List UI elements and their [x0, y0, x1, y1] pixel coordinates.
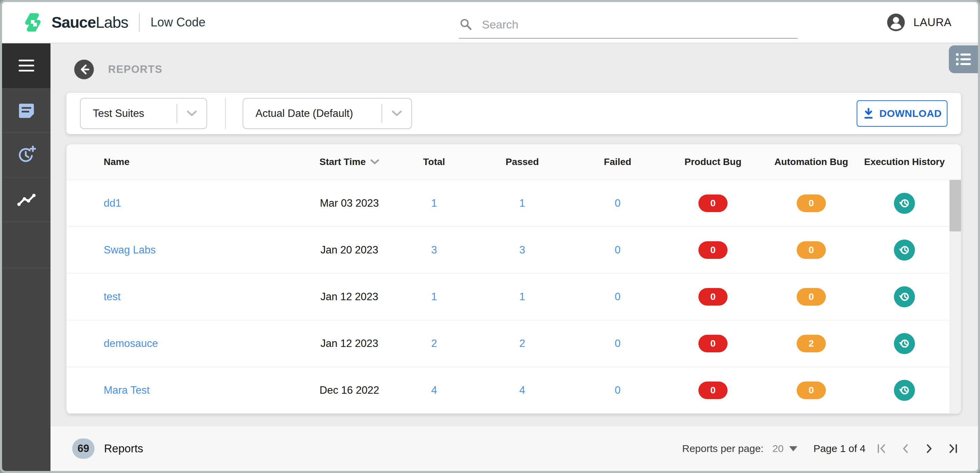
saucelabs-logo-icon [22, 11, 44, 33]
start-time-cell: Mar 03 2023 [304, 180, 395, 226]
chevron-down-icon [382, 110, 411, 117]
column-header-product-bug: Product Bug [664, 144, 762, 180]
chevron-left-icon [899, 442, 912, 455]
column-header-start-time[interactable]: Start Time [304, 144, 395, 180]
first-page-icon [875, 442, 888, 455]
column-header-automation-bug: Automation Bug [762, 144, 861, 180]
user-menu[interactable]: LAURA [887, 2, 951, 43]
main-content: REPORTS Test Suites Actual [51, 43, 978, 471]
scrollbar-thumb[interactable] [950, 180, 961, 231]
product-bug-badge[interactable]: 0 [698, 288, 727, 306]
download-button[interactable]: DOWNLOAD [857, 100, 947, 127]
column-header-total: Total [395, 144, 473, 180]
report-name-link[interactable]: demosauce [104, 338, 158, 350]
per-page-label: Reports per page: [682, 443, 764, 454]
report-name-link[interactable]: Swag Labs [104, 244, 156, 256]
sidebar-item-menu[interactable] [2, 43, 51, 88]
page-info: Page 1 of 4 [814, 443, 865, 454]
download-label: DOWNLOAD [879, 108, 942, 119]
date-filter-dropdown[interactable]: Actual Date (Default) [243, 98, 412, 129]
reports-table: Name Start Time Total Passed Failed Prod… [67, 144, 961, 414]
arrow-left-icon [78, 64, 90, 75]
history-icon [897, 383, 912, 398]
failed-link[interactable]: 0 [615, 197, 620, 209]
chevron-down-icon [177, 110, 206, 117]
column-header-execution-history: Execution History [861, 144, 948, 180]
report-name-link[interactable]: dd1 [104, 197, 121, 209]
total-link[interactable]: 1 [431, 291, 437, 303]
product-bug-badge[interactable]: 0 [698, 241, 727, 259]
total-link[interactable]: 1 [431, 197, 437, 209]
count-label: Reports [104, 442, 143, 455]
page-title: REPORTS [108, 64, 162, 76]
sidebar-item-reports[interactable] [2, 178, 51, 222]
failed-link[interactable]: 0 [615, 384, 620, 397]
failed-link[interactable]: 0 [615, 244, 620, 256]
page-header: REPORTS [74, 60, 162, 79]
brand: SauceLabs Low Code [22, 2, 205, 43]
execution-history-button[interactable] [894, 380, 915, 401]
start-time-cell: Jan 12 2023 [304, 274, 395, 320]
search-input[interactable]: Search [459, 11, 798, 39]
table-header-row: Name Start Time Total Passed Failed Prod… [67, 144, 961, 180]
passed-link[interactable]: 4 [519, 384, 525, 397]
total-link[interactable]: 3 [431, 244, 437, 256]
filter-card: Test Suites Actual Date (Default) [67, 93, 961, 134]
passed-link[interactable]: 1 [519, 291, 525, 303]
previous-page-button[interactable] [898, 441, 913, 456]
last-page-button[interactable] [945, 441, 960, 456]
automation-bug-badge[interactable]: 0 [797, 382, 826, 399]
failed-link[interactable]: 0 [615, 338, 620, 350]
sidebar-spacer [2, 222, 51, 268]
passed-link[interactable]: 3 [519, 244, 525, 256]
history-icon [897, 243, 912, 258]
execution-history-button[interactable] [894, 240, 915, 261]
table-row: dd1 Mar 03 2023 1 1 0 0 0 [67, 180, 961, 227]
column-header-name: Name [67, 144, 304, 180]
back-button[interactable] [74, 60, 94, 79]
sidebar-item-documents[interactable] [2, 88, 51, 133]
automation-bug-badge[interactable]: 2 [797, 335, 826, 352]
column-header-passed: Passed [473, 144, 571, 180]
automation-bug-badge[interactable]: 0 [797, 241, 826, 259]
execution-history-button[interactable] [894, 193, 915, 214]
count-pill: 69 [72, 438, 95, 459]
failed-link[interactable]: 0 [615, 291, 620, 303]
avatar-icon [887, 13, 905, 32]
product-bug-badge[interactable]: 0 [698, 382, 727, 399]
automation-bug-badge[interactable]: 0 [797, 288, 826, 306]
start-time-cell: Jan 12 2023 [304, 320, 395, 366]
passed-link[interactable]: 2 [519, 338, 525, 350]
report-name-link[interactable]: Mara Test [104, 384, 150, 397]
list-icon [956, 53, 971, 66]
execution-history-button[interactable] [894, 286, 915, 307]
execution-history-button[interactable] [894, 333, 915, 354]
passed-link[interactable]: 1 [519, 197, 525, 209]
document-icon [18, 102, 35, 119]
automation-bug-badge[interactable]: 0 [797, 194, 826, 212]
dropdown-triangle-icon [789, 446, 797, 451]
total-link[interactable]: 4 [431, 384, 437, 397]
first-page-button[interactable] [874, 441, 889, 456]
start-time-cell: Jan 20 2023 [304, 227, 395, 273]
sidebar [2, 43, 51, 471]
footer-bar: 69 Reports Reports per page: 20 Page 1 o… [51, 426, 978, 471]
product-bug-badge[interactable]: 0 [698, 335, 727, 352]
per-page-select[interactable]: 20 [772, 443, 797, 454]
sort-chevron-down-icon [371, 159, 379, 165]
total-link[interactable]: 2 [431, 338, 437, 350]
view-list-button[interactable] [949, 45, 978, 73]
pagination: Reports per page: 20 Page 1 of 4 [682, 441, 978, 456]
clock-plus-icon [17, 146, 36, 165]
next-page-button[interactable] [922, 441, 937, 456]
history-icon [897, 196, 912, 211]
last-page-icon [947, 442, 959, 455]
product-bug-badge[interactable]: 0 [698, 194, 727, 212]
suite-filter-dropdown[interactable]: Test Suites [80, 98, 207, 129]
sidebar-item-schedule[interactable] [2, 133, 51, 178]
report-name-link[interactable]: test [104, 291, 121, 303]
top-bar: SauceLabs Low Code Search LAURA [2, 2, 978, 43]
app-window: SauceLabs Low Code Search LAURA [0, 0, 980, 473]
brand-name: SauceLabs [51, 13, 128, 32]
table-row: test Jan 12 2023 1 1 0 0 0 [67, 274, 961, 320]
